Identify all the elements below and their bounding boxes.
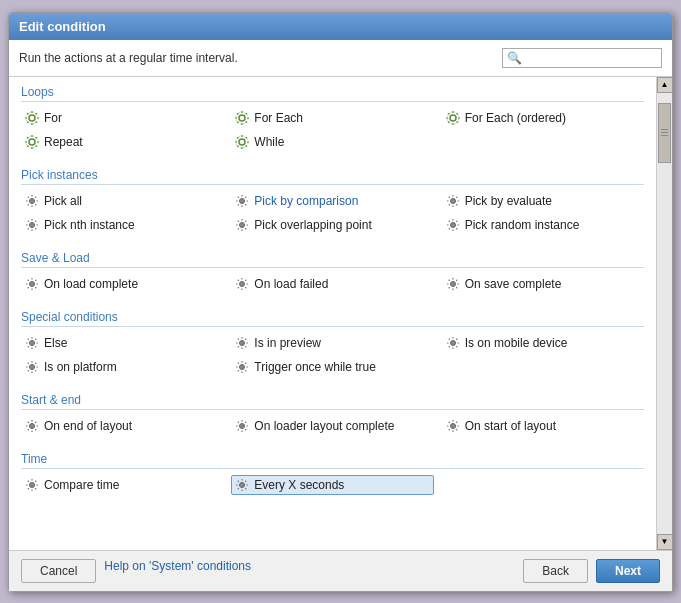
item-label: Is on platform [44, 360, 117, 374]
svg-point-18 [450, 281, 455, 286]
list-item[interactable]: On load complete [21, 274, 223, 294]
svg-point-19 [30, 340, 35, 345]
item-label: Pick by comparison [254, 194, 358, 208]
list-item[interactable]: Pick by evaluate [442, 191, 644, 211]
gear-icon [24, 217, 40, 233]
list-item[interactable]: Compare time [21, 475, 223, 495]
footer: Cancel Help on 'System' conditions Back … [9, 550, 672, 591]
list-item[interactable]: For Each [231, 108, 433, 128]
svg-point-22 [30, 364, 35, 369]
loops-grid: For For Each [21, 108, 644, 152]
list-item[interactable]: Pick overlapping point [231, 215, 433, 235]
scrollbar-grip [661, 123, 668, 143]
gear-icon [234, 134, 250, 150]
item-label: On end of layout [44, 419, 132, 433]
gear-icon [445, 335, 461, 351]
list-item-selected[interactable]: Every X seconds [231, 475, 433, 495]
svg-point-17 [240, 281, 245, 286]
help-link[interactable]: Help on 'System' conditions [104, 559, 251, 583]
items-list[interactable]: Loops For [9, 77, 656, 550]
svg-point-13 [30, 222, 35, 227]
loops-section: Loops For [21, 85, 644, 152]
item-label: Is on mobile device [465, 336, 568, 350]
item-label: Pick by evaluate [465, 194, 552, 208]
save-load-header: Save & Load [21, 251, 644, 268]
item-label: Repeat [44, 135, 83, 149]
list-item[interactable]: Else [21, 333, 223, 353]
gear-icon [445, 217, 461, 233]
item-label: On load complete [44, 277, 138, 291]
scroll-down-button[interactable]: ▼ [657, 534, 673, 550]
scrollbar-thumb[interactable] [658, 103, 671, 163]
list-item[interactable]: Pick nth instance [21, 215, 223, 235]
list-item[interactable]: Pick random instance [442, 215, 644, 235]
gear-icon [24, 359, 40, 375]
save-load-section: Save & Load On load complete [21, 251, 644, 294]
gear-icon [234, 477, 250, 493]
list-item[interactable]: Pick by comparison [231, 191, 433, 211]
list-item[interactable]: While [231, 132, 433, 152]
gear-icon [24, 335, 40, 351]
item-label: Pick overlapping point [254, 218, 371, 232]
start-end-header: Start & end [21, 393, 644, 410]
svg-point-11 [240, 198, 245, 203]
list-item[interactable]: Pick all [21, 191, 223, 211]
svg-point-2 [239, 115, 245, 121]
gear-icon [445, 193, 461, 209]
svg-point-4 [450, 115, 456, 121]
item-label: Compare time [44, 478, 119, 492]
gear-icon [24, 193, 40, 209]
item-label: On save complete [465, 277, 562, 291]
grip-line [661, 129, 668, 130]
gear-icon [24, 110, 40, 126]
list-item[interactable]: Is on platform [21, 357, 223, 377]
svg-point-27 [30, 482, 35, 487]
svg-point-0 [29, 115, 35, 121]
list-item[interactable]: For [21, 108, 223, 128]
footer-left: Cancel Help on 'System' conditions [21, 559, 251, 583]
list-item[interactable]: On loader layout complete [231, 416, 433, 436]
svg-point-24 [30, 423, 35, 428]
item-label: Else [44, 336, 67, 350]
list-item[interactable]: On save complete [442, 274, 644, 294]
scroll-up-button[interactable]: ▲ [657, 77, 673, 93]
time-header: Time [21, 452, 644, 469]
gear-icon [234, 418, 250, 434]
list-item[interactable]: On start of layout [442, 416, 644, 436]
grip-line [661, 135, 668, 136]
item-label: For Each (ordered) [465, 111, 566, 125]
next-button[interactable]: Next [596, 559, 660, 583]
description-text: Run the actions at a regular time interv… [19, 51, 238, 65]
scrollbar-track[interactable] [657, 93, 672, 534]
search-input[interactable] [526, 51, 656, 65]
content-area: Loops For [9, 77, 672, 550]
gear-icon [234, 276, 250, 292]
scrollbar[interactable]: ▲ ▼ [656, 77, 672, 550]
svg-point-26 [450, 423, 455, 428]
list-item[interactable]: On end of layout [21, 416, 223, 436]
loops-header: Loops [21, 85, 644, 102]
list-item[interactable]: Repeat [21, 132, 223, 152]
list-item[interactable]: On load failed [231, 274, 433, 294]
cancel-button[interactable]: Cancel [21, 559, 96, 583]
gear-icon [24, 134, 40, 150]
svg-point-25 [240, 423, 245, 428]
gear-icon [234, 335, 250, 351]
list-item[interactable]: Trigger once while true [231, 357, 433, 377]
list-item[interactable]: For Each (ordered) [442, 108, 644, 128]
gear-icon [445, 418, 461, 434]
search-box: 🔍 [502, 48, 662, 68]
list-item[interactable]: Is on mobile device [442, 333, 644, 353]
svg-point-6 [29, 139, 35, 145]
item-label: Trigger once while true [254, 360, 376, 374]
list-item[interactable]: Is in preview [231, 333, 433, 353]
gear-icon [24, 276, 40, 292]
svg-point-16 [30, 281, 35, 286]
svg-point-20 [240, 340, 245, 345]
back-button[interactable]: Back [523, 559, 588, 583]
pick-instances-section: Pick instances Pick all [21, 168, 644, 235]
special-conditions-section: Special conditions Else [21, 310, 644, 377]
start-end-grid: On end of layout On loader layout comple… [21, 416, 644, 436]
footer-right: Back Next [523, 559, 660, 583]
svg-point-28 [240, 482, 245, 487]
